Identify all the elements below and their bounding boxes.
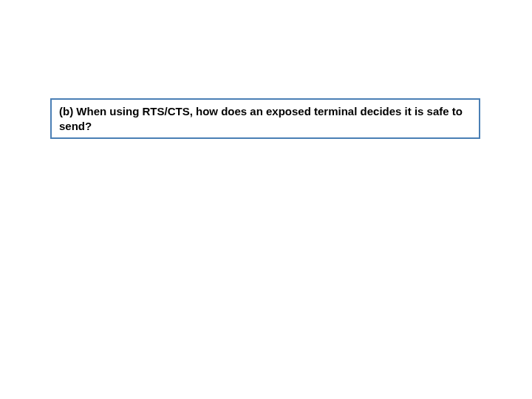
question-text: (b) When using RTS/CTS, how does an expo… (59, 104, 471, 133)
question-box: (b) When using RTS/CTS, how does an expo… (50, 98, 480, 139)
